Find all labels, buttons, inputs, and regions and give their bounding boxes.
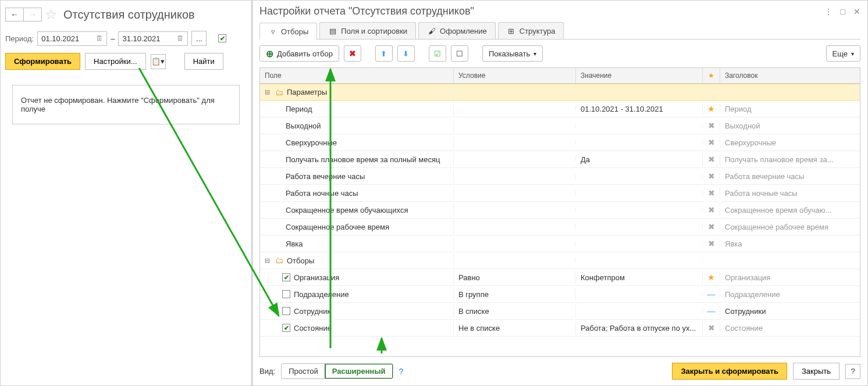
param-title[interactable]: Период <box>720 102 860 116</box>
window-maximize-icon[interactable]: □ <box>841 7 845 16</box>
param-value[interactable] <box>576 208 703 212</box>
calendar-icon[interactable]: 🗓 <box>96 34 103 42</box>
filter-cond[interactable]: В списке <box>454 305 576 318</box>
filter-title[interactable]: Состояние <box>720 321 860 335</box>
star-icon[interactable]: ✖ <box>703 222 720 231</box>
settings-button[interactable]: Настройки... <box>85 53 146 70</box>
filter-row[interactable]: ПодразделениеВ группе—Подразделение <box>260 286 860 303</box>
view-advanced-button[interactable]: Расширенный <box>325 364 393 378</box>
col-title[interactable]: Заголовок <box>720 68 860 83</box>
tab-design[interactable]: 🖌 Оформление <box>418 22 496 39</box>
param-title[interactable]: Сокращенное время обучаю... <box>720 203 860 217</box>
star-icon[interactable]: — <box>703 290 720 299</box>
filters-grid[interactable]: Поле Условие Значение ★ Заголовок ⊟ 🗂 Па… <box>259 67 860 357</box>
param-title[interactable]: Работа ночные часы <box>720 187 860 200</box>
param-title[interactable]: Сверхурочные <box>720 136 860 149</box>
param-row[interactable]: Выходной✖Выходной <box>260 117 860 134</box>
star-icon[interactable]: ✖ <box>703 138 720 147</box>
help-icon[interactable]: ? <box>399 367 404 376</box>
delete-filter-button[interactable]: ✖ <box>344 45 361 62</box>
star-icon[interactable]: ✖ <box>703 205 720 215</box>
param-value[interactable] <box>576 224 703 229</box>
param-row[interactable]: Явка✖Явка <box>260 235 860 252</box>
nav-forward-button[interactable]: → <box>23 8 42 22</box>
close-button[interactable]: Закрыть <box>793 363 839 380</box>
filter-cond[interactable]: Равно <box>454 271 576 284</box>
filter-row[interactable]: СостояниеНе в спискеРабота; Работа в отп… <box>260 320 860 337</box>
param-value[interactable]: 01.10.2021 - 31.10.2021 <box>576 102 703 116</box>
param-title[interactable]: Сокращенное рабочее время <box>720 220 860 234</box>
filter-checkbox[interactable] <box>282 307 290 315</box>
date-from-input[interactable]: 01.10.2021 🗓 <box>37 31 107 46</box>
filter-value[interactable] <box>576 309 703 313</box>
param-cond[interactable] <box>454 241 576 246</box>
param-value[interactable] <box>576 123 703 128</box>
star-icon[interactable]: ★ <box>703 273 720 282</box>
param-title[interactable]: Выходной <box>720 119 860 133</box>
param-row[interactable]: Сокращенное время обучающихся✖Сокращенно… <box>260 202 860 219</box>
view-simple-button[interactable]: Простой <box>282 364 325 378</box>
filter-cond[interactable]: Не в списке <box>454 321 576 335</box>
nav-back-button[interactable]: ← <box>5 8 24 22</box>
period-checkbox[interactable] <box>218 34 226 42</box>
window-menu-icon[interactable]: ⋮ <box>824 7 833 16</box>
find-button[interactable]: Найти <box>184 53 223 70</box>
filter-checkbox[interactable] <box>282 290 290 298</box>
star-icon[interactable]: ✖ <box>703 155 720 164</box>
uncheck-all-button[interactable]: ☐ <box>451 45 468 62</box>
move-down-button[interactable]: ⬇ <box>397 45 415 62</box>
filter-checkbox[interactable] <box>282 273 290 281</box>
star-icon[interactable]: ★ <box>703 104 720 113</box>
filter-value[interactable] <box>576 292 703 296</box>
param-title[interactable]: Работа вечерние часы <box>720 170 860 183</box>
param-title[interactable]: Получать плановое время за... <box>720 153 860 166</box>
param-cond[interactable] <box>454 224 576 229</box>
param-cond[interactable] <box>454 208 576 212</box>
move-up-button[interactable]: ⬆ <box>375 45 393 62</box>
param-cond[interactable] <box>454 157 576 162</box>
favorite-star-icon[interactable]: ☆ <box>45 6 58 23</box>
add-filter-button[interactable]: ⊕ Добавить отбор <box>259 45 339 62</box>
calendar-icon[interactable]: 🗓 <box>177 34 184 42</box>
filter-value[interactable]: Конфетпром <box>576 271 703 284</box>
col-value[interactable]: Значение <box>576 68 703 83</box>
star-icon[interactable]: ✖ <box>703 239 720 248</box>
param-row[interactable]: Работа ночные часы✖Работа ночные часы <box>260 185 860 202</box>
group-row-filters[interactable]: ⊟ 🗂 Отборы <box>260 252 860 269</box>
tab-filters[interactable]: ▿ Отборы <box>259 23 317 40</box>
param-cond[interactable] <box>454 174 576 178</box>
param-row[interactable]: Период01.10.2021 - 31.10.2021★Период <box>260 101 860 117</box>
param-row[interactable]: Получать плановое время за полный месяцД… <box>260 151 860 168</box>
tab-structure[interactable]: ⊞ Структура <box>498 22 564 39</box>
col-condition[interactable]: Условие <box>454 68 576 83</box>
more-button[interactable]: Еще ▾ <box>826 45 860 62</box>
close-and-generate-button[interactable]: Закрыть и сформировать <box>672 363 787 380</box>
filter-row[interactable]: ОрганизацияРавноКонфетпром★Организация <box>260 269 860 286</box>
param-title[interactable]: Явка <box>720 237 860 251</box>
param-value[interactable] <box>576 140 703 145</box>
param-row[interactable]: Работа вечерние часы✖Работа вечерние час… <box>260 168 860 185</box>
param-cond[interactable] <box>454 123 576 128</box>
col-field[interactable]: Поле <box>260 68 454 83</box>
show-mode-button[interactable]: Показывать ▾ <box>482 45 543 62</box>
period-picker-button[interactable]: ... <box>191 31 207 46</box>
star-icon[interactable]: ✖ <box>703 323 720 333</box>
group-row-params[interactable]: ⊟ 🗂 Параметры <box>260 84 860 101</box>
filter-title[interactable]: Сотрудники <box>720 305 860 318</box>
star-icon[interactable]: — <box>703 306 720 316</box>
param-cond[interactable] <box>454 106 576 111</box>
param-value[interactable] <box>576 191 703 195</box>
param-cond[interactable] <box>454 191 576 195</box>
param-value[interactable] <box>576 241 703 246</box>
star-icon[interactable]: ✖ <box>703 171 720 181</box>
col-star[interactable]: ★ <box>703 68 720 83</box>
filter-title[interactable]: Организация <box>720 271 860 284</box>
variants-button[interactable]: 📋▾ <box>151 54 166 69</box>
filter-value[interactable]: Работа; Работа в отпуске по ух... <box>576 321 703 335</box>
help-button[interactable]: ? <box>845 364 860 379</box>
date-to-input[interactable]: 31.10.2021 🗓 <box>118 31 188 46</box>
filter-row[interactable]: СотрудникВ списке—Сотрудники <box>260 303 860 320</box>
filter-cond[interactable]: В группе <box>454 288 576 301</box>
param-row[interactable]: Сокращенное рабочее время✖Сокращенное ра… <box>260 219 860 235</box>
window-close-icon[interactable]: ✕ <box>853 7 860 16</box>
